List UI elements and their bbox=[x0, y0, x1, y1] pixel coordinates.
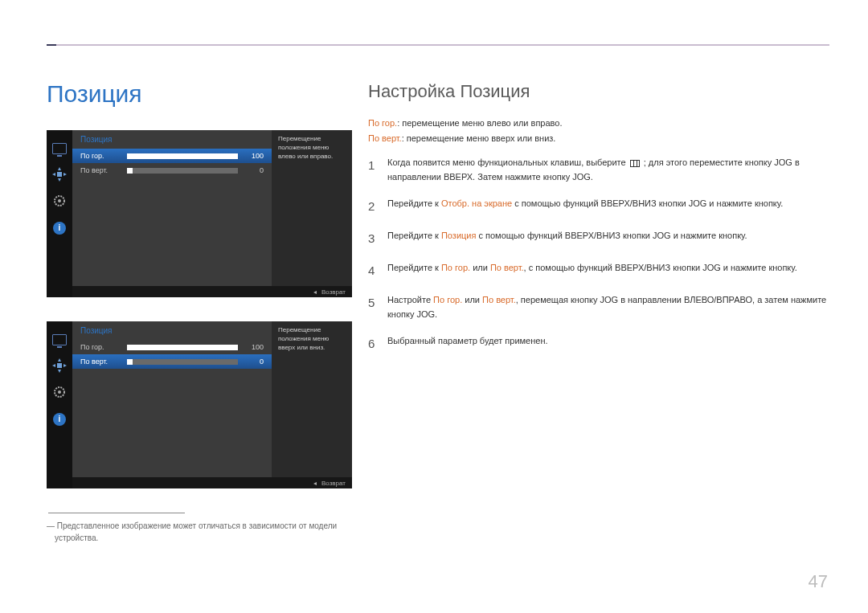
left-column: i Позиция По гор. 100 По верт. 0 Перемещ… bbox=[47, 130, 352, 544]
section-title: Настройка Позиция bbox=[368, 81, 828, 102]
page-title: Позиция bbox=[47, 80, 142, 108]
osd-footer: ◂ Возврат bbox=[72, 286, 352, 297]
svg-marker-1 bbox=[58, 167, 61, 170]
accent-label: По гор. bbox=[368, 118, 397, 128]
osd-row-value: 0 bbox=[246, 166, 264, 174]
info-icon: i bbox=[53, 222, 66, 235]
menu-icon bbox=[630, 160, 640, 167]
monitor-icon bbox=[52, 143, 67, 154]
svg-marker-11 bbox=[63, 364, 67, 367]
step-item: 5Настройте По гор. или По верт., перемещ… bbox=[368, 293, 828, 321]
desc-text: : перемещение меню влево или вправо. bbox=[397, 118, 562, 128]
arrows-icon bbox=[52, 169, 67, 180]
accent-text: Позиция bbox=[441, 231, 477, 240]
step-item: 3Перейдите к Позиция с помощью функций В… bbox=[368, 229, 828, 248]
step-item: 1Когда появится меню функциональных клав… bbox=[368, 156, 828, 184]
osd-row-label: По верт. bbox=[80, 166, 127, 174]
steps-list: 1Когда появится меню функциональных клав… bbox=[368, 156, 828, 353]
return-label: Возврат bbox=[321, 288, 346, 296]
osd-row-vertical: По верт. 0 bbox=[72, 163, 272, 178]
osd-help-panel: Перемещение положения меню вверх или вни… bbox=[272, 321, 352, 477]
step-body: Перейдите к Отобр. на экране с помощью ф… bbox=[387, 197, 828, 216]
step-number: 4 bbox=[368, 261, 387, 280]
slider-fill bbox=[127, 345, 238, 350]
svg-marker-9 bbox=[58, 370, 61, 373]
osd-row-horizontal: По гор. 100 bbox=[72, 149, 272, 163]
svg-marker-8 bbox=[58, 358, 61, 362]
accent-label: По верт. bbox=[368, 133, 402, 143]
step-body: Выбранный параметр будет применен. bbox=[387, 334, 828, 353]
footnote-divider bbox=[48, 513, 185, 513]
osd-row-horizontal: По гор. 100 bbox=[72, 340, 272, 354]
step-body: Когда появится меню функциональных клави… bbox=[387, 156, 828, 184]
gear-icon bbox=[53, 386, 66, 398]
step-number: 5 bbox=[368, 293, 387, 321]
osd-footer: ◂ Возврат bbox=[72, 477, 352, 488]
description-horizontal: По гор.: перемещение меню влево или впра… bbox=[368, 116, 828, 130]
osd-sidebar: i bbox=[47, 321, 72, 488]
svg-rect-7 bbox=[57, 363, 62, 368]
desc-text: : перемещение меню вверх или вниз. bbox=[402, 133, 556, 143]
osd-main-panel: Позиция По гор. 100 По верт. 0 bbox=[72, 130, 272, 286]
accent-text: По верт. bbox=[482, 295, 516, 304]
footnote-text: ― Представленное изображение может отлич… bbox=[47, 520, 352, 544]
osd-screenshot-vertical: i Позиция По гор. 100 По верт. 0 Перемещ… bbox=[47, 321, 352, 488]
osd-sidebar: i bbox=[47, 130, 72, 297]
slider-fill bbox=[127, 168, 133, 174]
info-icon: i bbox=[53, 413, 66, 426]
svg-rect-0 bbox=[57, 172, 62, 177]
page-number: 47 bbox=[809, 571, 828, 592]
monitor-icon bbox=[52, 334, 67, 345]
osd-row-value: 0 bbox=[246, 358, 264, 366]
step-item: 4Перейдите к По гор. или По верт., с пом… bbox=[368, 261, 828, 280]
osd-help-panel: Перемещение положения меню влево или впр… bbox=[272, 130, 352, 286]
step-number: 6 bbox=[368, 334, 387, 353]
step-body: Перейдите к По гор. или По верт., с помо… bbox=[387, 261, 828, 280]
back-triangle-icon: ◂ bbox=[313, 288, 317, 296]
arrows-icon bbox=[52, 360, 67, 371]
osd-screenshot-horizontal: i Позиция По гор. 100 По верт. 0 Перемещ… bbox=[47, 130, 352, 297]
header-accent bbox=[47, 44, 56, 46]
right-column: Настройка Позиция По гор.: перемещение м… bbox=[368, 81, 828, 366]
slider-bar bbox=[127, 168, 238, 174]
osd-title: Позиция bbox=[72, 321, 272, 340]
osd-row-value: 100 bbox=[246, 343, 264, 351]
step-number: 3 bbox=[368, 229, 387, 248]
osd-row-label: По гор. bbox=[80, 152, 127, 160]
step-item: 2Перейдите к Отобр. на экране с помощью … bbox=[368, 197, 828, 216]
svg-marker-2 bbox=[58, 178, 61, 182]
step-number: 2 bbox=[368, 197, 387, 216]
svg-marker-4 bbox=[63, 173, 67, 176]
osd-row-label: По гор. bbox=[80, 343, 127, 351]
osd-row-label: По верт. bbox=[80, 358, 127, 366]
gear-icon bbox=[53, 194, 66, 207]
svg-marker-10 bbox=[52, 364, 55, 367]
step-item: 6Выбранный параметр будет применен. bbox=[368, 334, 828, 353]
svg-point-6 bbox=[58, 199, 61, 202]
osd-row-value: 100 bbox=[246, 152, 264, 160]
back-triangle-icon: ◂ bbox=[313, 480, 317, 487]
osd-row-vertical: По верт. 0 bbox=[72, 354, 272, 369]
step-body: Настройте По гор. или По верт., перемеща… bbox=[387, 293, 828, 321]
header-divider bbox=[47, 44, 829, 46]
step-number: 1 bbox=[368, 156, 387, 184]
accent-text: Отобр. на экране bbox=[441, 198, 512, 208]
slider-fill bbox=[127, 359, 133, 365]
osd-main-panel: Позиция По гор. 100 По верт. 0 bbox=[72, 321, 272, 477]
step-body: Перейдите к Позиция с помощью функций ВВ… bbox=[387, 229, 828, 248]
accent-text: По гор. bbox=[441, 263, 470, 272]
osd-title: Позиция bbox=[72, 130, 272, 149]
slider-bar bbox=[127, 359, 238, 365]
svg-marker-3 bbox=[52, 173, 55, 176]
slider-fill bbox=[127, 153, 238, 159]
slider-bar bbox=[127, 153, 238, 159]
return-label: Возврат bbox=[321, 480, 346, 487]
description-vertical: По верт.: перемещение меню вверх или вни… bbox=[368, 132, 828, 145]
accent-text: По гор. bbox=[433, 295, 462, 304]
svg-point-13 bbox=[58, 390, 61, 394]
slider-bar bbox=[127, 345, 238, 350]
accent-text: По верт. bbox=[490, 263, 524, 272]
